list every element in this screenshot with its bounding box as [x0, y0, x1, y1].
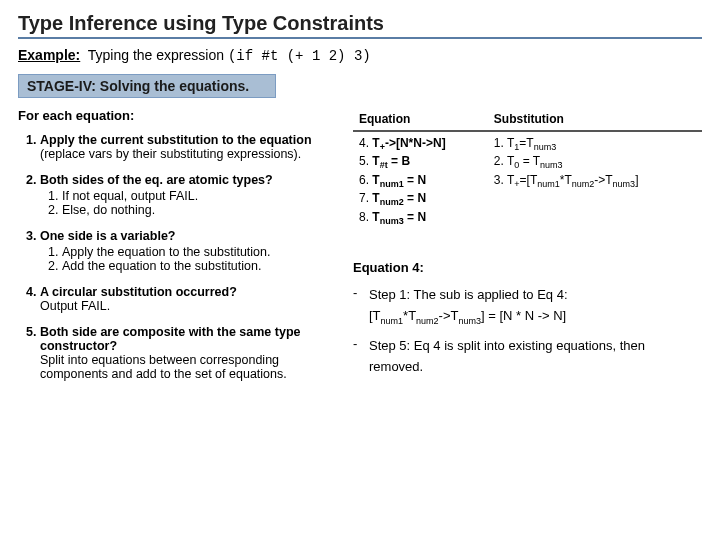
explain-step5: Step 5: Eq 4 is split into existing equa…	[369, 336, 702, 378]
algorithm-list: Apply the current substitution to the eq…	[18, 133, 343, 381]
algo-step: One side is a variable? Apply the equati…	[40, 229, 343, 273]
explain-step1-lead: Step 1: The sub is applied to Eq 4:	[369, 287, 568, 302]
content-row: For each equation: Apply the current sub…	[18, 108, 702, 393]
equation-table: Equation Substitution 4. T+->[N*N->N]5. …	[353, 108, 702, 232]
stage-band: STAGE-IV: Solving the equations.	[18, 74, 276, 98]
algo-step: Both side are composite with the same ty…	[40, 325, 343, 381]
algo-step: A circular substitution occurred? Output…	[40, 285, 343, 313]
algo-substep: Else, do nothing.	[62, 203, 343, 217]
for-each-label: For each equation:	[18, 108, 343, 123]
algo-substep: Add the equation to the substitution.	[62, 259, 343, 273]
algo-step-head: Both sides of the eq. are atomic types?	[40, 173, 273, 187]
example-line: Example: Typing the expression (if #t (+…	[18, 47, 702, 64]
explain-step1-eq: [Tnum1*Tnum2->Tnum3] = [N * N -> N]	[369, 308, 566, 323]
table-header-substitution: Substitution	[488, 108, 702, 131]
algo-step-head: A circular substitution occurred?	[40, 285, 237, 299]
example-code: (if #t (+ 1 2) 3)	[228, 48, 371, 64]
bullet-dash: -	[353, 285, 369, 328]
table-row: 4. T+->[N*N->N]5. T#t = B6. Tnum1 = N7. …	[353, 131, 702, 232]
algo-step: Apply the current substitution to the eq…	[40, 133, 343, 161]
algo-step-head: Apply the current substitution to the eq…	[40, 133, 312, 147]
example-lead-text: Typing the expression	[88, 47, 224, 63]
algo-substep: Apply the equation to the substitution.	[62, 245, 343, 259]
bullet-dash: -	[353, 336, 369, 378]
title-area: Type Inference using Type Constraints	[18, 12, 702, 39]
algo-step: Both sides of the eq. are atomic types? …	[40, 173, 343, 217]
algorithm-column: For each equation: Apply the current sub…	[18, 108, 343, 393]
algo-step-head: One side is a variable?	[40, 229, 175, 243]
algo-step-tail: Split into equations between correspondi…	[40, 353, 287, 381]
explain-step1: Step 1: The sub is applied to Eq 4: [Tnu…	[369, 285, 702, 328]
explanation-block: Equation 4: - Step 1: The sub is applied…	[353, 260, 702, 377]
algo-step-tail: (replace vars by their substituting expr…	[40, 147, 301, 161]
right-column: Equation Substitution 4. T+->[N*N->N]5. …	[353, 108, 702, 393]
algo-step-head: Both side are composite with the same ty…	[40, 325, 300, 353]
equation-cell: 4. T+->[N*N->N]5. T#t = B6. Tnum1 = N7. …	[353, 131, 488, 232]
explain-header: Equation 4:	[353, 260, 702, 275]
algo-step-tail: Output FAIL.	[40, 299, 110, 313]
example-label: Example:	[18, 47, 80, 63]
slide: Type Inference using Type Constraints Ex…	[0, 0, 720, 540]
table-header-equation: Equation	[353, 108, 488, 131]
substitution-cell: 1. T1=Tnum32. T0 = Tnum33. T+=[Tnum1*Tnu…	[488, 131, 702, 232]
algo-substep: If not equal, output FAIL.	[62, 189, 343, 203]
page-title: Type Inference using Type Constraints	[18, 12, 702, 35]
